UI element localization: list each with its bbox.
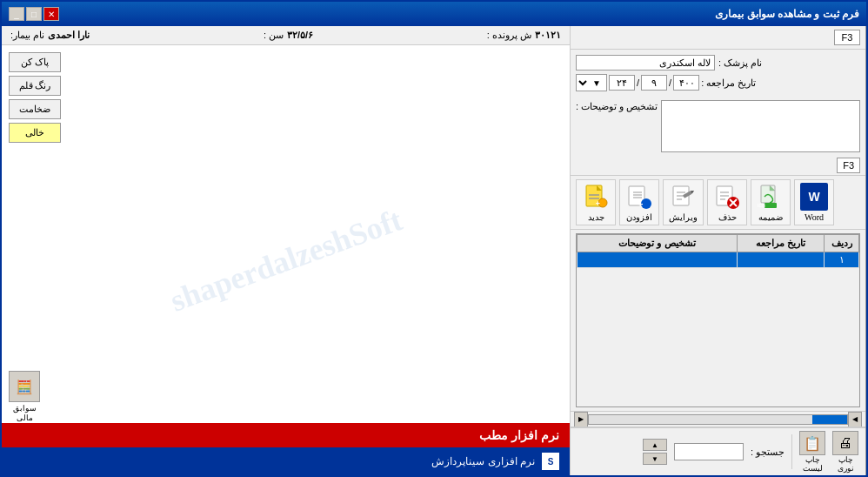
main-window: فرم ثبت و مشاهده سوابق بیماری _ □ ✕ F3 ن… (0, 0, 868, 477)
col-header-desc: تشخیص و توضیحات (578, 235, 738, 252)
desc-textarea[interactable] (661, 100, 860, 152)
search-input[interactable] (674, 443, 744, 460)
right-buttons: پاک کن رنگ قلم ضخامت خالی (9, 52, 61, 143)
print-serial-icon: 🖨 (832, 431, 858, 455)
age-value: ۳۲/۵/۶ (287, 30, 313, 41)
doctor-input[interactable] (576, 55, 715, 71)
main-content: F3 نام پزشک : تاریخ مراجعه : / / ▼ (2, 26, 866, 475)
left-panel: F3 نام پزشک : تاریخ مراجعه : / / ▼ (571, 26, 866, 475)
print-serial-label: چاپنوری (838, 455, 854, 473)
close-button[interactable]: ✕ (43, 7, 59, 21)
patient-info: نارا احمدی نام بیمار: (10, 30, 90, 41)
date-dropdown[interactable]: ▼ (576, 74, 607, 91)
window-title: فرم ثبت و مشاهده سوابق بیماری (715, 8, 859, 20)
date-day-input[interactable] (609, 75, 635, 91)
bottom-bar: 🖨 چاپنوری 📋 چاپلیست جستجو : ▲ ▼ (571, 427, 865, 475)
maximize-button[interactable]: □ (26, 7, 42, 21)
color-button[interactable]: رنگ قلم (9, 76, 61, 96)
delete-label: حذف (718, 212, 737, 222)
edit-button[interactable]: ویرایش (663, 179, 704, 225)
writing-area[interactable]: shaperdalzeshSoft پاک کن رنگ قلم ضخامت خ… (2, 45, 570, 475)
f3-top-label: F3 (834, 30, 860, 45)
brand-row1: نرم افزار مطب (2, 423, 570, 447)
finance-label: سوابقمالی (13, 404, 37, 423)
patient-label: نام بیمار: (10, 30, 44, 41)
toolbar: + جدید + (571, 175, 865, 230)
new-label: جدید (588, 212, 604, 222)
delete-icon (713, 183, 741, 211)
print-list-icon: 📋 (799, 431, 825, 455)
file-info: ۳۰۱۲۱ ش پرونده : (487, 30, 561, 41)
date-row: تاریخ مراجعه : / / ▼ (576, 74, 860, 91)
date-year-input[interactable] (673, 75, 699, 91)
watermark: shaperdalzeshSoft (165, 201, 407, 319)
svg-text:attach: attach (758, 202, 765, 208)
finance-button[interactable]: 🧮 سوابقمالی (9, 371, 40, 423)
brand-section: نرم افزار مطب S نرم افزاری سیناپردازش (2, 423, 570, 475)
svg-rect-28 (765, 203, 777, 208)
edit-label: ویرایش (669, 212, 698, 222)
age-label: سن : (264, 30, 284, 41)
file-value: ۳۰۱۲۱ (535, 30, 561, 41)
new-icon: + (582, 183, 610, 211)
doctor-row: نام پزشک : (576, 55, 860, 71)
desc-section: تشخیص و توضیحات : (571, 97, 865, 156)
search-up-icon[interactable]: ▲ (643, 439, 667, 451)
col-header-date: تاریخ مراجعه (738, 235, 825, 252)
window-controls: _ □ ✕ (9, 7, 59, 21)
divider (791, 434, 792, 469)
file-label: ش پرونده : (487, 30, 531, 41)
attach-label: ضمیمه (758, 212, 783, 222)
print-list-label: چاپلیست (803, 455, 823, 473)
add-button[interactable]: + افزودن (619, 179, 659, 225)
records-table: ردیف تاریخ مراجعه تشخیص و توضیحات ۱ (577, 234, 859, 268)
add-icon: + (625, 183, 653, 211)
svg-text:+: + (596, 199, 600, 208)
f3-top-bar: F3 (571, 26, 865, 50)
h-scrollbar[interactable] (588, 414, 848, 425)
fields-section: نام پزشک : تاریخ مراجعه : / / ▼ (571, 50, 865, 97)
row-num: ۱ (825, 252, 859, 268)
row-desc (578, 252, 738, 268)
right-panel: ۳۰۱۲۱ ش پرونده : ۳۲/۵/۶ سن : نارا احمدی … (2, 26, 571, 475)
f3-bottom: F3 (571, 156, 865, 175)
svg-text:+: + (638, 198, 643, 209)
add-label: افزودن (626, 212, 652, 222)
print-serial-button[interactable]: 🖨 چاپنوری (832, 431, 858, 473)
minimize-button[interactable]: _ (9, 7, 24, 21)
patient-header: ۳۰۱۲۱ ش پرونده : ۳۲/۵/۶ سن : نارا احمدی … (2, 26, 570, 45)
word-icon: W (800, 183, 828, 211)
thickness-button[interactable]: ضخامت (9, 99, 61, 119)
print-list-button[interactable]: 📋 چاپلیست (799, 431, 825, 473)
table-row[interactable]: ۱ (578, 252, 859, 268)
row-date (738, 252, 825, 268)
records-table-section: ردیف تاریخ مراجعه تشخیص و توضیحات ۱ (576, 233, 860, 407)
date-label: تاریخ مراجعه : (701, 77, 756, 89)
attach-button[interactable]: attach ضمیمه (751, 179, 791, 225)
h-scroll-area: ◀ ▶ (571, 411, 865, 427)
empty-button[interactable]: خالی (9, 123, 61, 143)
brand-icon: S (542, 453, 559, 470)
word-label: Word (805, 212, 824, 222)
delete-button[interactable]: حذف (707, 179, 747, 225)
attach-icon: attach (757, 183, 785, 211)
edit-icon (670, 183, 698, 211)
f3-bottom-label: F3 (837, 158, 860, 173)
search-label: جستجو : (751, 447, 785, 458)
brand-row2-text: نرم افزاری سیناپردازش (431, 455, 535, 467)
new-button[interactable]: + جدید (576, 179, 616, 225)
title-bar: فرم ثبت و مشاهده سوابق بیماری _ □ ✕ (2, 2, 866, 26)
scroll-right-arrow[interactable]: ▶ (574, 412, 588, 427)
brand-row2: S نرم افزاری سیناپردازش (2, 447, 570, 475)
date-month-input[interactable] (641, 75, 667, 91)
desc-label: تشخیص و توضیحات : (576, 100, 658, 152)
clear-button[interactable]: پاک کن (9, 52, 61, 72)
scroll-left-arrow[interactable]: ◀ (848, 412, 862, 427)
scroll-thumb (812, 415, 847, 424)
search-down-icon[interactable]: ▼ (643, 453, 667, 465)
doctor-label: نام پزشک : (718, 57, 762, 69)
word-button[interactable]: W Word (794, 179, 834, 225)
finance-icon: 🧮 (9, 371, 40, 402)
patient-name: نارا احمدی (48, 30, 90, 41)
age-info: ۳۲/۵/۶ سن : (264, 30, 313, 41)
